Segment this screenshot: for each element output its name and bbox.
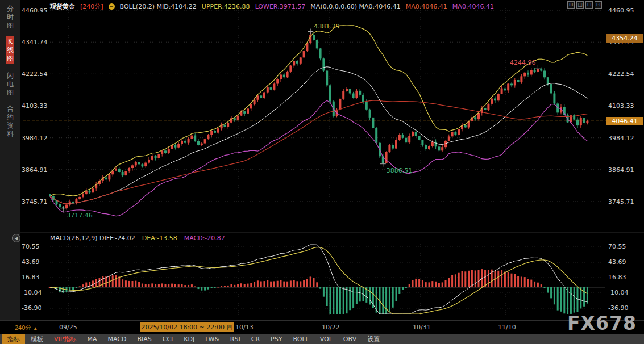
toolbar-item-boll[interactable]: BOLL	[288, 334, 314, 344]
ma-readout: MA(0,0,0,0,60) MA0:4046.41	[310, 3, 400, 10]
split-columns-icon[interactable]: ◫	[576, 1, 584, 9]
toolbar-item-cci[interactable]: CCI	[157, 334, 178, 344]
boll-upper-readout: UPPER:4236.88	[202, 3, 250, 10]
toolbar-item-vol[interactable]: VOL	[315, 334, 338, 344]
y-axis-label: 4103.33	[608, 102, 634, 110]
price-badge-current: 4046.41	[606, 117, 643, 125]
y-axis-label: 4460.95	[22, 7, 48, 14]
split-rows-icon[interactable]: ⊟	[585, 1, 593, 9]
left-sidebar: 分时图 K线图 闪电图 合约资料	[0, 0, 20, 320]
trading-app: 3717.464381.293886.514244.96 现货黄金 [240分]…	[0, 0, 644, 344]
toolbar-item-obv[interactable]: OBV	[338, 334, 362, 344]
toolbar-item-ma[interactable]: MA	[82, 334, 102, 344]
y-axis-label: 3864.91	[608, 166, 634, 174]
macd-axis-label: -36.90	[608, 304, 628, 312]
macd-axis-label: -10.04	[22, 289, 41, 296]
y-axis-label: 4222.54	[22, 70, 48, 78]
chevron-up-icon: ▲	[33, 326, 38, 331]
svg-text:4381.29: 4381.29	[314, 23, 340, 30]
date-label: 10/31	[413, 324, 431, 331]
date-label: 10/13	[235, 324, 254, 331]
coin-icon[interactable]: −	[109, 3, 115, 10]
period-selector[interactable]: 240分▲	[15, 324, 38, 332]
toolbar-item-macd[interactable]: MACD	[102, 334, 131, 344]
sidebar-tab-kline[interactable]: K线图	[6, 36, 14, 64]
period-value: 240分	[15, 324, 31, 331]
toolbar-item-psy[interactable]: PSY	[265, 334, 287, 344]
macd-header: MACD(26,12,9) DIFF:-24.02 DEA:-13.58 MAC…	[50, 234, 225, 242]
macd-axis-label: 70.55	[22, 243, 40, 250]
selected-range-label: 2025/10/02 18:00 ~ 22:00 四	[140, 322, 234, 332]
macd-axis-label: -10.04	[608, 289, 628, 296]
macd-axis-label: 16.83	[22, 274, 40, 281]
y-axis-label: 4460.95	[608, 7, 634, 14]
y-axis-label: 4222.54	[608, 70, 634, 78]
date-label: 09/25	[59, 324, 77, 331]
macd-axis-label: 43.69	[22, 258, 40, 266]
toolbar-item-settings[interactable]: 设置	[362, 334, 385, 344]
y-axis-label: 3984.12	[608, 135, 634, 142]
ma0-readout-3: MA0:4046.41	[452, 3, 494, 10]
macd-value-readout: MACD:-20.87	[184, 234, 225, 242]
toolbar-item-kdj[interactable]: KDJ	[178, 334, 200, 344]
sidebar-tab-lightning[interactable]: 闪电图	[6, 72, 14, 97]
svg-text:3717.46: 3717.46	[67, 212, 93, 219]
date-label: 10/22	[322, 324, 340, 331]
sidebar-tab-contract-info[interactable]: 合约资料	[6, 104, 14, 139]
toolbar-item-cr[interactable]: CR	[246, 334, 265, 344]
x-axis: 240分▲ 09/25 2025/10/02 18:00 ~ 22:00 四 1…	[0, 320, 644, 334]
bottom-toolbar: 指标 模板 VIP指标 MA MACD BIAS CCI KDJ LW& RSI…	[0, 334, 644, 344]
symbol-name: 现货黄金	[50, 2, 75, 11]
macd-axis-label: -36.90	[22, 304, 41, 312]
boll-mid-readout: BOLL(20,2) MID:4104.22	[120, 3, 197, 10]
boll-lower-readout: LOWER:3971.57	[255, 3, 306, 10]
macd-axis-label: 70.55	[608, 243, 626, 250]
y-axis-label: 3864.91	[22, 166, 48, 174]
fx678-watermark: FX678	[567, 312, 637, 334]
toolbar-item-rsi[interactable]: RSI	[225, 334, 246, 344]
macd-diff-readout: MACD(26,12,9) DIFF:-24.02	[50, 234, 135, 242]
toolbar-item-lw[interactable]: LW&	[200, 334, 225, 344]
y-axis-label: 4103.33	[22, 102, 48, 110]
sidebar-tab-time-chart[interactable]: 分时图	[6, 5, 14, 30]
svg-text:4244.96: 4244.96	[510, 59, 536, 66]
macd-axis-label: 43.69	[608, 258, 626, 266]
toolbar-item-vip-indicators[interactable]: VIP指标	[49, 334, 81, 344]
toolbar-item-bias[interactable]: BIAS	[132, 334, 156, 344]
window-layout-icons: ⊞ ◫ ⊟ ⊡	[567, 1, 602, 9]
date-label: 11/10	[498, 324, 516, 331]
svg-text:3886.51: 3886.51	[387, 167, 413, 174]
sidebar-collapse-button[interactable]: ◀	[12, 234, 20, 242]
toolbar-item-templates[interactable]: 模板	[26, 334, 48, 344]
y-axis-label: 3745.71	[22, 198, 48, 205]
panel-collapse-icon[interactable]: ⊡	[595, 1, 602, 9]
macd-dea-readout: DEA:-13.58	[142, 234, 177, 242]
toolbar-item-indicators[interactable]: 指标	[2, 334, 25, 344]
y-axis-label: 4341.74	[22, 39, 48, 46]
period-label: [240分]	[80, 2, 103, 11]
macd-axis-label: 16.83	[608, 274, 626, 281]
price-badge-high: 4354.24	[606, 34, 643, 43]
indicator-header: 现货黄金 [240分] − BOLL(20,2) MID:4104.22 UPP…	[50, 2, 494, 11]
ma0-readout-2: MA0:4046.41	[406, 3, 447, 10]
chart-canvas[interactable]: 3717.464381.293886.514244.96	[0, 0, 644, 344]
y-axis-label: 3745.71	[608, 198, 634, 205]
grid-layout-icon[interactable]: ⊞	[567, 1, 575, 9]
y-axis-label: 3984.12	[22, 135, 48, 142]
